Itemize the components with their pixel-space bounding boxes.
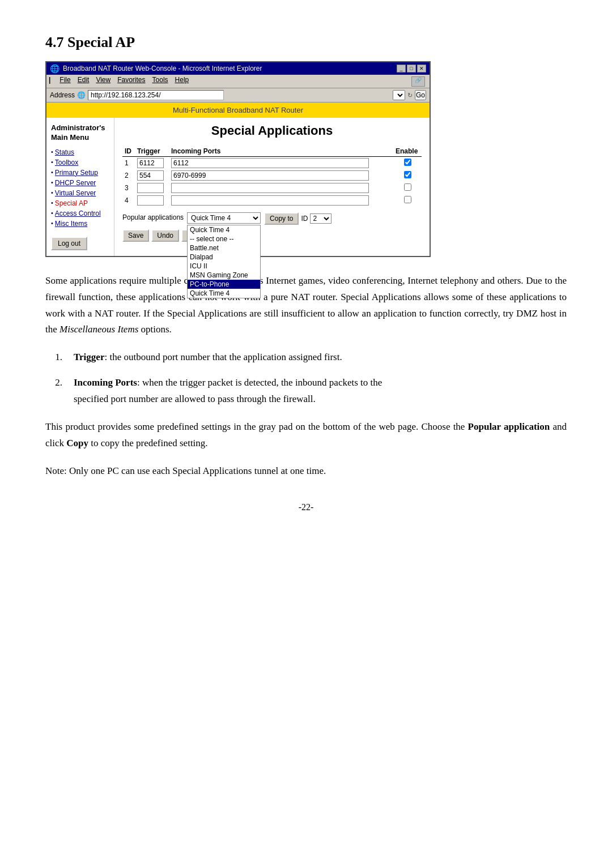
copy-bold: Copy [66, 438, 88, 448]
browser-menubar: | File Edit View Favorites Tools Help 🔗 [46, 75, 430, 88]
maximize-button[interactable]: □ [407, 65, 416, 72]
popular-application-bold: Popular application [468, 421, 550, 432]
body-note: Note: Only one PC can use each Special A… [45, 463, 567, 480]
trigger-input-2[interactable] [137, 170, 164, 181]
dropdown-item-dialpad[interactable]: Dialpad [188, 253, 260, 262]
sidebar-item-status[interactable]: • Status [51, 148, 109, 156]
row1-enable[interactable] [393, 157, 422, 170]
incoming-input-2[interactable] [171, 170, 369, 181]
row3-id: 3 [122, 182, 135, 194]
list-item-1: 1. Trigger: the outbound port number tha… [45, 349, 567, 366]
sidebar-item-virtual-server[interactable]: • Virtual Server [51, 189, 109, 197]
sidebar-item-toolbox[interactable]: • Toolbox [51, 159, 109, 166]
logout-button[interactable]: Log out [51, 237, 87, 250]
dropdown-item-pcphone[interactable]: PC-to-Phone [188, 280, 260, 289]
row4-id: 4 [122, 194, 135, 207]
row3-incoming[interactable] [169, 182, 393, 194]
menu-separator: | [49, 76, 50, 87]
copy-button[interactable]: Copy to [264, 212, 299, 225]
popular-apps-select[interactable]: Quick Time 4 -- select one -- Battle.net… [187, 212, 261, 224]
dropdown-item-battlenet[interactable]: Battle.net [188, 243, 260, 253]
sidebar-link-virtual-server[interactable]: Virtual Server [55, 189, 96, 197]
row4-incoming[interactable] [169, 194, 393, 207]
browser-page-icon: 🌐 [50, 64, 60, 73]
table-row: 2 [122, 169, 422, 182]
trigger-input-3[interactable] [137, 183, 164, 193]
item-1-number: 1. [45, 349, 62, 366]
bullet-icon: • [51, 169, 53, 176]
row1-trigger[interactable] [135, 157, 169, 170]
address-dropdown[interactable] [393, 90, 405, 100]
incoming-input-4[interactable] [171, 195, 369, 206]
sidebar-link-access-control[interactable]: Access Control [55, 209, 101, 217]
menu-tools[interactable]: Tools [152, 76, 168, 87]
trigger-input-4[interactable] [137, 195, 164, 206]
undo-button[interactable]: Undo [151, 229, 179, 242]
sidebar-item-primary-setup[interactable]: • Primary Setup [51, 169, 109, 177]
menu-help[interactable]: Help [175, 76, 189, 87]
row3-trigger[interactable] [135, 182, 169, 194]
applications-table: ID Trigger Incoming Ports Enable 1 2 [122, 146, 422, 207]
page-content: Administrator's Main Menu • Status • Too… [46, 118, 430, 256]
dropdown-item-icu[interactable]: ICU II [188, 262, 260, 271]
row4-trigger[interactable] [135, 194, 169, 207]
sidebar-title: Administrator's Main Menu [51, 123, 109, 143]
enable-checkbox-3[interactable] [404, 183, 411, 191]
save-button[interactable]: Save [122, 229, 149, 242]
bullet-icon: • [51, 199, 53, 206]
dropdown-item-qt4[interactable]: Quick Time 4 [188, 225, 260, 234]
sidebar-item-special-ap[interactable]: • Special AP [51, 199, 109, 207]
popular-dropdown-wrapper: Quick Time 4 -- select one -- Battle.net… [187, 212, 261, 224]
bullet-icon: • [51, 189, 53, 196]
sidebar-item-misc-items[interactable]: • Misc Items [51, 220, 109, 228]
sidebar-logout-area: Log out [51, 237, 109, 250]
misc-items-italic: Miscellaneous Items [60, 324, 138, 335]
incoming-input-1[interactable] [171, 158, 369, 168]
close-button[interactable]: ✕ [417, 65, 426, 72]
menu-edit[interactable]: Edit [78, 76, 90, 87]
menu-favorites[interactable]: Favorites [117, 76, 145, 87]
enable-checkbox-2[interactable] [404, 171, 411, 178]
sidebar-link-primary-setup[interactable]: Primary Setup [55, 169, 98, 177]
menu-view[interactable]: View [96, 76, 110, 87]
col-header-trigger: Trigger [135, 146, 169, 157]
browser-title: Broadband NAT Router Web-Console - Micro… [63, 65, 262, 72]
address-input[interactable] [88, 90, 224, 100]
enable-checkbox-4[interactable] [404, 196, 411, 203]
sidebar: Administrator's Main Menu • Status • Too… [46, 118, 114, 256]
row2-enable[interactable] [393, 169, 422, 182]
sidebar-link-status[interactable]: Status [55, 148, 74, 156]
bullet-icon: • [51, 148, 53, 155]
list-item-2: 2. Incoming Ports: when the trigger pack… [45, 375, 567, 408]
enable-checkbox-1[interactable] [404, 159, 411, 166]
row2-trigger[interactable] [135, 169, 169, 182]
sidebar-link-special-ap[interactable]: Special AP [55, 199, 88, 207]
row2-id: 2 [122, 169, 135, 182]
table-row: 1 [122, 157, 422, 170]
incoming-ports-term: Incoming Ports [74, 377, 137, 388]
bullet-icon: • [51, 159, 53, 165]
sidebar-link-misc-items[interactable]: Misc Items [55, 220, 87, 228]
go-button[interactable]: Go [415, 90, 426, 100]
address-label: Address [50, 91, 75, 99]
row4-enable[interactable] [393, 194, 422, 207]
minimize-button[interactable]: _ [397, 65, 406, 72]
menu-file[interactable]: File [60, 76, 70, 87]
sidebar-item-dhcp[interactable]: • DHCP Server [51, 179, 109, 187]
row1-incoming[interactable] [169, 157, 393, 170]
dropdown-item-qt4-2[interactable]: Quick Time 4 [188, 289, 260, 298]
action-row: Save Undo Help [122, 229, 422, 242]
sidebar-item-access-control[interactable]: • Access Control [51, 209, 109, 217]
row3-enable[interactable] [393, 182, 422, 194]
row2-incoming[interactable] [169, 169, 393, 182]
toolbar-icon: 🔗 [411, 76, 427, 87]
id-select[interactable]: 1 2 3 4 [310, 213, 332, 224]
sidebar-link-toolbox[interactable]: Toolbox [55, 159, 78, 166]
numbered-list: 1. Trigger: the outbound port number tha… [45, 349, 567, 408]
main-panel: Special Applications ID Trigger Incoming… [114, 118, 430, 256]
dropdown-item-select[interactable]: -- select one -- [188, 234, 260, 243]
dropdown-item-msn[interactable]: MSN Gaming Zone [188, 271, 260, 280]
sidebar-link-dhcp[interactable]: DHCP Server [55, 179, 96, 187]
trigger-input-1[interactable] [137, 158, 164, 168]
incoming-input-3[interactable] [171, 183, 369, 193]
